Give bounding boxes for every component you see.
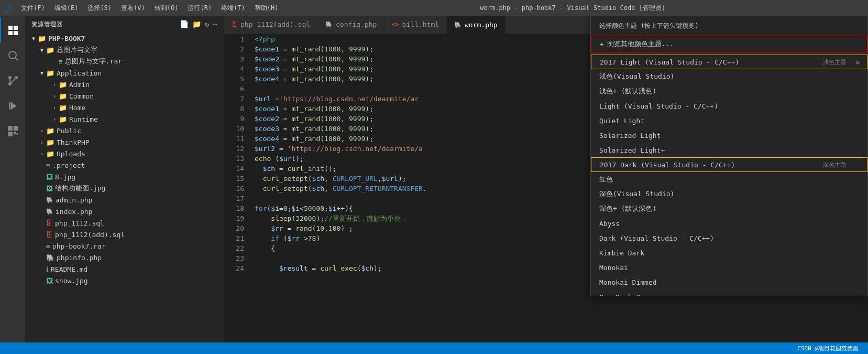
theme-item-monokai[interactable]: Monokai [591,260,867,275]
menu-run[interactable]: 运行(R) [183,3,216,14]
theme-item-2017-light[interactable]: 2017 Light (Visual Studio - C/C++) 浅色主题 … [591,55,867,69]
tree-item-admin[interactable]: › 📁 Admin [25,79,224,90]
tree-item-public[interactable]: › 📁 Public [25,125,224,136]
svg-rect-1 [14,26,18,30]
admin-php-icon: 🐘 [46,197,53,203]
theme-item-dark-vs[interactable]: 深色(Visual Studio) [591,187,867,201]
editor-area: 🗄 php_1112(add).sql 🐘 config.php <> bill… [224,16,868,342]
theme-item-abyss[interactable]: Abyss [591,216,867,231]
titlebar-menu: 文件(F) 编辑(E) 选择(S) 查看(V) 转到(G) 运行(R) 终端(T… [17,3,283,14]
new-file-icon[interactable]: 📄 [180,20,189,28]
tree-item-phpinfo-php[interactable]: 🐘 phpinfo.php [25,252,224,263]
theme-item-red[interactable]: 红色 [591,172,867,187]
theme-item-quiet-light[interactable]: Quiet Light [591,113,867,128]
book-rar-icon: ≡ [46,242,50,250]
activity-source-control[interactable] [0,68,25,93]
show-jpg-icon: 🖼 [46,277,53,285]
menu-select[interactable]: 选择(S) [83,3,116,14]
tree-item-index-php[interactable]: 🐘 index.php [25,206,224,217]
uploads-label: Uploads [57,150,224,158]
theme-item-dark-plus[interactable]: 深色+ (默认深色) [591,201,867,216]
tree-item-admin-php[interactable]: 🐘 admin.php [25,194,224,206]
tree-item-images-folder[interactable]: ▼ 📁 总图片与文字 [25,44,224,56]
struct-jpg-icon: 🖼 [46,185,53,192]
tree-item-home[interactable]: › 📁 Home [25,102,224,113]
activity-explorer[interactable] [0,18,25,43]
new-folder-icon[interactable]: 📁 [192,20,202,28]
theme-label-light-plus: 浅色+ (默认浅色) [599,87,656,96]
menu-view[interactable]: 查看(V) [117,3,149,14]
theme-item-monokai-dimmed[interactable]: Monokai Dimmed [591,275,867,289]
tree-item-8jpg[interactable]: 🖼 8.jpg [25,171,224,183]
tab-sql-add[interactable]: 🗄 php_1112(add).sql [224,16,318,34]
tree-item-images-rar[interactable]: ≡ 总图片与文字.rar [25,56,224,67]
menu-terminal[interactable]: 终端(T) [217,3,249,14]
tab-config-label: config.php [336,20,377,28]
admin-php-label: admin.php [56,196,224,204]
application-label: Application [57,69,224,77]
thinkphp-folder-icon: 📁 [46,138,54,146]
tree-item-readme[interactable]: ℹ README.md [25,263,224,275]
tree-item-application[interactable]: ▼ 📁 Application [25,67,224,79]
application-folder-icon: 📁 [46,69,54,77]
struct-jpg-label: 结构功能图.jpg [55,184,224,193]
uploads-folder-icon: 📁 [46,150,54,158]
tab-config-php[interactable]: 🐘 config.php [318,16,384,34]
home-folder-icon: 📁 [59,104,67,112]
theme-gear-icon[interactable]: ⚙ [855,58,860,66]
theme-label-solarized-light: Solarized Light [599,132,661,140]
menu-help[interactable]: 帮助(H) [250,3,283,14]
index-php-icon: 🐘 [46,208,53,215]
root-folder-icon: 📁 [38,35,46,42]
tree-item-book-rar[interactable]: ≡ php-book7.rar [25,240,224,252]
tree-item-thinkphp[interactable]: › 📁 ThinkPHP [25,136,224,148]
activity-run[interactable] [0,93,25,119]
tree-root[interactable]: ▼ 📁 PHP-BOOK7 [25,33,224,44]
theme-item-vs-light[interactable]: 浅色(Visual Studio) [591,69,867,84]
theme-item-light-plus[interactable]: 浅色+ (默认浅色) [591,84,867,99]
titlebar: ⬡ 文件(F) 编辑(E) 选择(S) 查看(V) 转到(G) 运行(R) 终端… [0,0,868,16]
menu-edit[interactable]: 编辑(E) [50,3,83,14]
svg-rect-0 [8,26,13,30]
sidebar-tree: ▼ 📁 PHP-BOOK7 ▼ 📁 总图片与文字 ≡ 总图片与文字.rar ▼ … [25,33,224,342]
refresh-icon[interactable]: ↻ [205,20,210,28]
collapse-icon[interactable]: ⋯ [213,20,218,28]
activity-search[interactable] [0,43,25,68]
theme-item-2017-dark[interactable]: 2017 Dark (Visual Studio - C/C++) 深色主题 [591,157,867,172]
tree-item-runtime[interactable]: › 📁 Runtime [25,113,224,125]
theme-item-solarized-light[interactable]: Solarized Light [591,128,867,143]
vscode-icon: ⬡ [5,3,13,13]
tree-item-struct-jpg[interactable]: 🖼 结构功能图.jpg [25,183,224,194]
theme-picker: 选择颜色主题 (按上下箭头键预览) + 浏览其他颜色主题... 2017 Lig… [590,16,868,296]
tab-worm-php[interactable]: 🐘 worm.php [447,16,506,34]
theme-label-monokai-dimmed: Monokai Dimmed [599,278,657,286]
tab-bill-html[interactable]: <> bill.html [384,16,447,34]
svg-rect-15 [8,132,13,136]
menu-goto[interactable]: 转到(G) [150,3,183,14]
images-rar-label: 总图片与文字.rar [65,57,224,66]
theme-item-solarized-light-plus[interactable]: Solarized Light+ [591,143,867,157]
tree-item-sql1[interactable]: 🗄 php_1112.sql [25,217,224,229]
book-rar-label: php-book7.rar [52,242,224,250]
theme-item-light-vs-cpp[interactable]: Light (Visual Studio - C/C++) [591,99,867,113]
tree-item-sql2[interactable]: 🗄 php_1112(add).sql [25,229,224,240]
tree-item-common[interactable]: › 📁 Common [25,90,224,102]
svg-rect-3 [14,31,18,35]
theme-item-dark-vs-cpp[interactable]: Dark (Visual Studio - C/C++) [591,231,867,245]
activity-extensions[interactable] [0,119,25,144]
theme-item-one-dark-pro[interactable]: One Dark Pro [591,289,867,296]
sql1-icon: 🗄 [46,219,53,227]
tree-item-show-jpg[interactable]: 🖼 show.jpg [25,275,224,286]
8jpg-label: 8.jpg [55,173,224,181]
tree-item-project[interactable]: ≡ .project [25,159,224,171]
tree-item-uploads[interactable]: › 📁 Uploads [25,148,224,159]
status-csdn: CSDN @项目花园范德彪 [793,345,863,352]
theme-item-kimbie-dark[interactable]: Kimbie Dark [591,245,867,260]
theme-list: 2017 Light (Visual Studio - C/C++) 浅色主题 … [591,55,867,296]
svg-rect-17 [16,133,18,135]
browse-themes-button[interactable]: + 浏览其他颜色主题... [591,36,867,52]
theme-label-abyss: Abyss [599,220,620,228]
tab-bill-label: bill.html [402,20,439,28]
menu-file[interactable]: 文件(F) [17,3,49,14]
theme-label-kimbie-dark: Kimbie Dark [599,249,644,257]
